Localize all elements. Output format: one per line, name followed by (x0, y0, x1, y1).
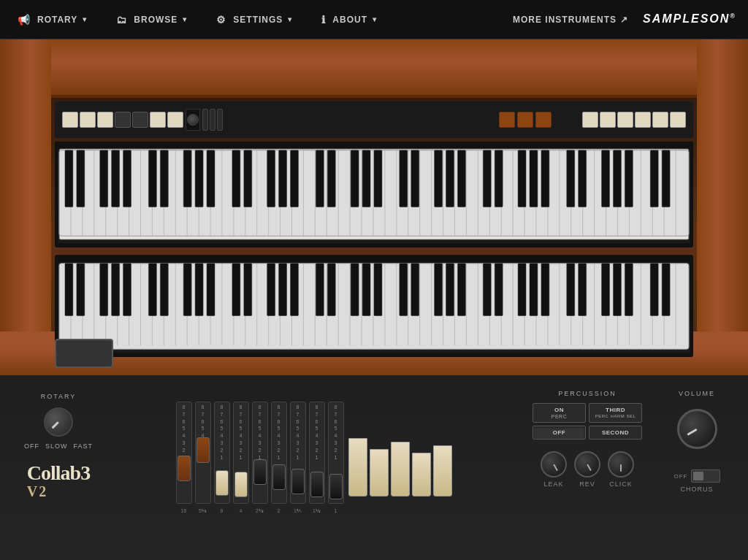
nav-about[interactable]: ℹ ABOUT ▾ (316, 9, 383, 30)
drawbar-2-handle[interactable] (196, 437, 210, 463)
drawbar-1[interactable]: 87654321 (176, 402, 192, 504)
drawbar-7[interactable]: 87654321 (290, 402, 306, 504)
upper-keyboard[interactable]: // This is SVG content, JS won't run her… (55, 142, 693, 248)
svg-rect-83 (518, 150, 526, 207)
drawbar-8-handle[interactable] (310, 472, 324, 497)
nav-browse[interactable]: 🗂 BROWSE ▾ (110, 9, 193, 30)
drawbars-section: 87654321 87654321 87654321 (110, 387, 518, 514)
svg-rect-170 (435, 264, 443, 316)
top-slider-2[interactable] (210, 109, 215, 131)
svg-rect-74 (362, 150, 370, 207)
top-button-3[interactable] (97, 112, 113, 128)
chorus-toggle-switch[interactable] (691, 469, 720, 483)
svg-rect-60 (123, 150, 131, 207)
perc-off-button[interactable]: OFF (533, 426, 586, 440)
more-instruments-label: MORE INSTRUMENTS (513, 15, 617, 25)
perc-off-top: OFF (535, 429, 583, 436)
perc-third-button[interactable]: THIRD PERC HARM SEL (589, 403, 642, 423)
click-knob[interactable] (608, 451, 634, 477)
svg-rect-89 (613, 150, 621, 207)
drawbar-label-8: 8 (214, 508, 230, 514)
upper-keyboard-svg: // This is SVG content, JS won't run her… (58, 147, 690, 245)
drawbar-label-113: 1⅓ (309, 508, 325, 514)
svg-rect-152 (123, 264, 131, 316)
mini-key-1[interactable] (348, 438, 367, 496)
svg-rect-177 (541, 264, 549, 316)
top-button-2[interactable] (80, 112, 96, 128)
drawbar-5-handle[interactable] (253, 459, 267, 485)
svg-rect-163 (316, 264, 324, 316)
rev-knob[interactable] (574, 451, 600, 477)
drawbar-9-handle[interactable] (329, 474, 343, 499)
nav-rotary[interactable]: 📢 ROTARY ▾ (12, 9, 93, 30)
browse-icon: 🗂 (116, 14, 127, 26)
drawbar-8[interactable]: 87654321 (309, 402, 325, 504)
mini-key-4[interactable] (412, 453, 431, 496)
top-button-1[interactable] (62, 112, 78, 128)
wood-frame-right (697, 39, 748, 375)
leak-knob[interactable] (541, 451, 567, 477)
nav-settings[interactable]: ⚙ SETTINGS ▾ (210, 9, 298, 30)
drawbar-1-handle[interactable] (178, 456, 191, 481)
mini-key-2[interactable] (370, 449, 389, 496)
mini-key-5[interactable] (433, 445, 452, 496)
brand-name: SAMPLESON (643, 13, 730, 26)
volume-title: VOLUME (679, 390, 715, 397)
right-top-button-6[interactable] (670, 112, 686, 128)
browse-chevron-icon: ▾ (183, 15, 187, 23)
svg-rect-56 (65, 150, 73, 207)
top-slider-1[interactable] (202, 109, 208, 131)
top-button-4[interactable] (115, 112, 131, 128)
svg-rect-165 (351, 264, 359, 316)
drawbar-3-handle[interactable] (215, 470, 229, 496)
top-button-5[interactable] (132, 112, 148, 128)
drawbar-5[interactable]: 87654321 (252, 402, 268, 504)
top-button-6[interactable] (150, 112, 166, 128)
right-top-button-2[interactable] (600, 112, 616, 128)
right-top-button-5[interactable] (652, 112, 668, 128)
rotary-dial-small[interactable] (186, 109, 200, 131)
nav-rotary-label: ROTARY (37, 15, 77, 25)
nav-browse-label: BROWSE (134, 15, 178, 25)
nav-about-label: ABOUT (332, 15, 367, 25)
drawbar-9[interactable]: 87654321 (328, 402, 344, 504)
brown-tab-2[interactable] (517, 112, 533, 128)
external-link-icon: ↗ (620, 15, 628, 25)
svg-rect-61 (148, 150, 156, 207)
mini-key-3[interactable] (391, 442, 410, 496)
brand-v2: V2 (27, 483, 90, 500)
rotary-section: ROTARY OFF SLOW FAST Collab3 V2 (15, 387, 102, 500)
drawbar-6-handle[interactable] (272, 464, 286, 490)
drawbar-2[interactable]: 87654321 (195, 402, 211, 504)
right-top-button-3[interactable] (617, 112, 633, 128)
right-top-button-1[interactable] (582, 112, 598, 128)
drawbar-6[interactable]: 87654321 (271, 402, 287, 504)
svg-rect-73 (351, 150, 359, 207)
svg-rect-184 (662, 264, 670, 316)
svg-rect-171 (446, 264, 454, 316)
drawbar-7-handle[interactable] (291, 469, 305, 494)
expression-pedal[interactable] (55, 339, 113, 368)
brown-tab-3[interactable] (535, 112, 552, 128)
drawbar-4[interactable]: 87654321 (233, 402, 249, 504)
lower-keyboard[interactable] (55, 255, 693, 357)
top-button-7[interactable] (167, 112, 183, 128)
perc-second-button[interactable]: SECOND (589, 426, 642, 440)
brown-tab-1[interactable] (499, 112, 515, 128)
svg-rect-162 (291, 264, 299, 316)
svg-rect-68 (267, 150, 275, 207)
svg-rect-179 (579, 264, 587, 316)
right-top-button-4[interactable] (635, 112, 651, 128)
svg-rect-156 (195, 264, 203, 316)
organ-body: // This is SVG content, JS won't run her… (0, 39, 748, 375)
drawbar-4-handle[interactable] (234, 472, 248, 497)
top-slider-3[interactable] (217, 109, 223, 131)
perc-on-button[interactable]: ON PERC (533, 403, 586, 423)
nav-more-instruments[interactable]: MORE INSTRUMENTS ↗ (513, 15, 628, 25)
drawbar-3[interactable]: 87654321 (214, 402, 230, 504)
rotary-knob[interactable] (44, 407, 73, 437)
percussion-section: PERCUSSION ON PERC THIRD PERC HARM SEL O… (533, 387, 642, 488)
svg-rect-176 (530, 264, 538, 316)
volume-knob[interactable] (677, 409, 717, 449)
svg-rect-182 (625, 264, 633, 316)
